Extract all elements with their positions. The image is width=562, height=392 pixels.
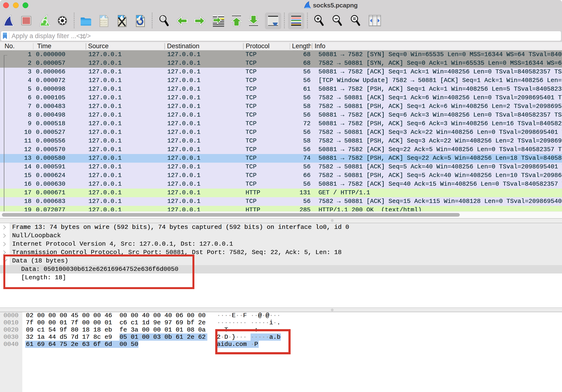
svg-text:01110: 01110 <box>100 23 107 26</box>
